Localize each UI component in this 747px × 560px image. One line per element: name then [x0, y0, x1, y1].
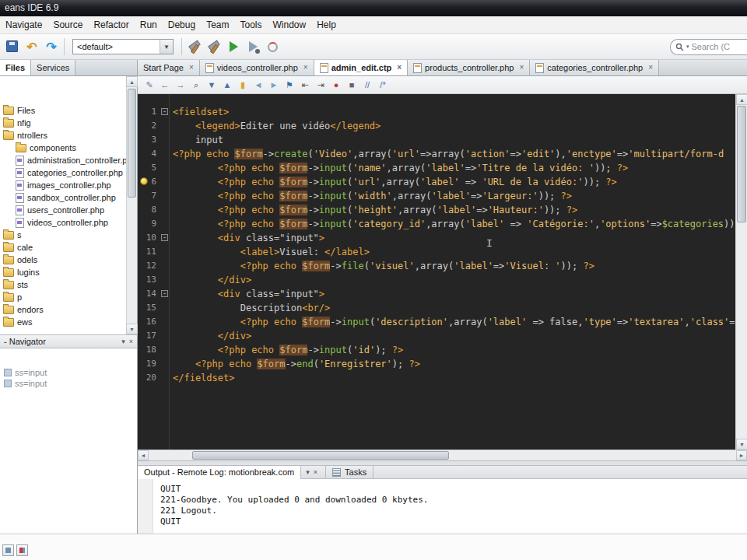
code-line[interactable]: </div>	[173, 329, 735, 343]
comment-icon[interactable]: //	[360, 78, 374, 92]
code-line[interactable]: <div class="input">	[173, 287, 735, 301]
search-scope-arrow-icon[interactable]: ▾	[686, 44, 689, 50]
code-line[interactable]: <?php echo $form->input('height',array('…	[173, 203, 735, 217]
fold-toggle[interactable]: -	[161, 234, 168, 241]
start-macro-icon[interactable]: ●	[329, 78, 343, 92]
stop-macro-icon[interactable]: ■	[345, 78, 359, 92]
hint-lightbulb-icon[interactable]	[140, 177, 148, 185]
close-icon[interactable]: ×	[519, 64, 524, 72]
tab-tasks[interactable]: Tasks	[325, 466, 374, 479]
tab-admin-edit-ctp[interactable]: admin_edit.ctp×	[314, 60, 408, 75]
close-window-icon[interactable]: ×	[314, 468, 317, 476]
tab-start-page[interactable]: Start Page×	[138, 60, 200, 75]
tree-item-nfig[interactable]: nfig	[0, 117, 127, 129]
shift-right-icon[interactable]: ⇥	[314, 78, 328, 92]
fold-toggle[interactable]: -	[161, 290, 168, 297]
previous-bookmark-icon[interactable]: ◄	[251, 78, 265, 92]
line-number[interactable]: 2	[138, 119, 160, 133]
find-selection-icon[interactable]: ⌕	[189, 78, 203, 92]
file-tree[interactable]: Filesnfigntrollerscomponentsadministrati…	[0, 76, 127, 334]
menu-refactor[interactable]: Refactor	[88, 17, 134, 33]
code-line[interactable]: <?php echo $form->input('description',ar…	[173, 315, 735, 329]
code-line[interactable]: <?php echo $form->input('name',array('la…	[173, 161, 735, 175]
code-text[interactable]: <fieldset> <legend>Editer une vidéo</leg…	[171, 94, 735, 450]
tab-categories-controller-php[interactable]: categories_controller.php×	[530, 60, 659, 75]
tree-item-ews[interactable]: ews	[0, 316, 127, 328]
next-bookmark-icon[interactable]: ►	[267, 78, 281, 92]
editor-vertical-scrollbar[interactable]: ▲ ▼	[735, 94, 747, 450]
line-number[interactable]: 11	[138, 245, 160, 259]
code-line[interactable]: <?php echo $form->end('Enregistrer'); ?>	[173, 357, 735, 371]
line-number[interactable]: 12	[138, 259, 160, 273]
tree-item-p[interactable]: p	[0, 291, 127, 303]
fold-column[interactable]: ---	[160, 94, 170, 450]
fold-toggle[interactable]: -	[161, 108, 168, 115]
navigator-item[interactable]: ss=input	[0, 367, 137, 378]
line-number[interactable]: 9	[138, 217, 160, 231]
scrollbar-thumb[interactable]	[737, 106, 746, 222]
line-number[interactable]: 14	[138, 287, 160, 301]
close-icon[interactable]: ×	[189, 64, 194, 72]
tree-item-components[interactable]: components	[0, 142, 127, 154]
toggle-highlight-icon[interactable]: ▮	[236, 78, 250, 92]
code-line[interactable]: <div class="input">	[173, 231, 735, 245]
code-line[interactable]: <fieldset>	[173, 105, 735, 119]
tree-item-endors[interactable]: endors	[0, 303, 127, 316]
profile-icon[interactable]	[263, 37, 282, 56]
line-number[interactable]: 18	[138, 343, 160, 357]
line-number[interactable]: 15	[138, 301, 160, 315]
tree-item-users-controller-php[interactable]: users_controller.php	[0, 204, 127, 216]
line-number[interactable]: 5	[138, 161, 160, 175]
menu-source[interactable]: Source	[47, 17, 88, 33]
tree-item-sandbox-controller-php[interactable]: sandbox_controller.php	[0, 191, 127, 204]
tree-scrollbar[interactable]: ▲ ▼	[126, 76, 137, 334]
undo-icon[interactable]	[23, 37, 41, 56]
code-line[interactable]: </fieldset>	[173, 371, 735, 385]
code-editor[interactable]: 1234567891011121314151617181920 --- <fie…	[138, 94, 747, 450]
code-line[interactable]: <?php echo $form->create('Video',array('…	[173, 147, 735, 161]
navigator-item[interactable]: ss=input	[0, 378, 137, 389]
tab-services[interactable]: Services	[31, 60, 75, 75]
code-line[interactable]: </div>	[173, 273, 735, 287]
menu-navigate[interactable]: Navigate	[0, 17, 47, 33]
code-line[interactable]: input	[173, 133, 735, 147]
menu-tools[interactable]: Tools	[235, 17, 268, 33]
editor-gutter[interactable]: 1234567891011121314151617181920	[138, 94, 160, 450]
code-line[interactable]: <legend>Editer une vidéo</legend>	[173, 119, 735, 133]
search-box[interactable]: ▾ Search (C	[670, 39, 747, 55]
clean-build-icon[interactable]	[205, 37, 223, 56]
menu-help[interactable]: Help	[311, 17, 342, 33]
close-icon[interactable]: ×	[303, 64, 308, 72]
minimize-window-icon[interactable]: ▾	[121, 338, 125, 345]
line-number[interactable]: 20	[138, 371, 160, 385]
line-number[interactable]: 1	[138, 105, 160, 119]
tree-item-sts[interactable]: sts	[0, 278, 127, 291]
tree-item-lugins[interactable]: lugins	[0, 266, 127, 278]
minimize-window-icon[interactable]: ▾	[306, 468, 310, 476]
uncomment-icon[interactable]: /*	[376, 78, 390, 92]
status-bar-icon-1[interactable]	[2, 544, 14, 556]
scrollbar-thumb[interactable]	[128, 89, 136, 198]
line-number[interactable]: 4	[138, 147, 160, 161]
tree-item-categories-controller-php[interactable]: categories_controller.php	[0, 166, 127, 179]
output-console[interactable]: QUIT221-Goodbye. You uploaded 0 and down…	[154, 479, 747, 534]
line-number[interactable]: 3	[138, 133, 160, 147]
tree-item-cale[interactable]: cale	[0, 241, 127, 254]
shift-left-icon[interactable]: ⇤	[298, 78, 312, 92]
config-combobox[interactable]: <default> ▼	[72, 39, 174, 54]
menu-debug[interactable]: Debug	[163, 17, 201, 33]
tree-item-administration-controller-php[interactable]: administration_controller.php	[0, 154, 127, 166]
navigator-header[interactable]: - Navigator ▾ ×	[0, 334, 137, 348]
scroll-up-icon[interactable]: ▲	[126, 76, 138, 87]
tab-files[interactable]: Files	[0, 60, 31, 75]
line-number[interactable]: 13	[138, 273, 160, 287]
line-number[interactable]: 7	[138, 189, 160, 203]
title-bar[interactable]: eans IDE 6.9	[0, 0, 747, 16]
code-line[interactable]: <?php echo $form->input('category_id',ar…	[173, 217, 735, 231]
scroll-left-icon[interactable]: ◄	[138, 450, 149, 460]
scroll-right-icon[interactable]: ►	[736, 450, 747, 460]
forward-icon[interactable]: →	[174, 78, 188, 92]
tree-item-s[interactable]: s	[0, 229, 127, 241]
status-bar-icon-2[interactable]	[16, 544, 28, 556]
menu-team[interactable]: Team	[201, 17, 234, 33]
